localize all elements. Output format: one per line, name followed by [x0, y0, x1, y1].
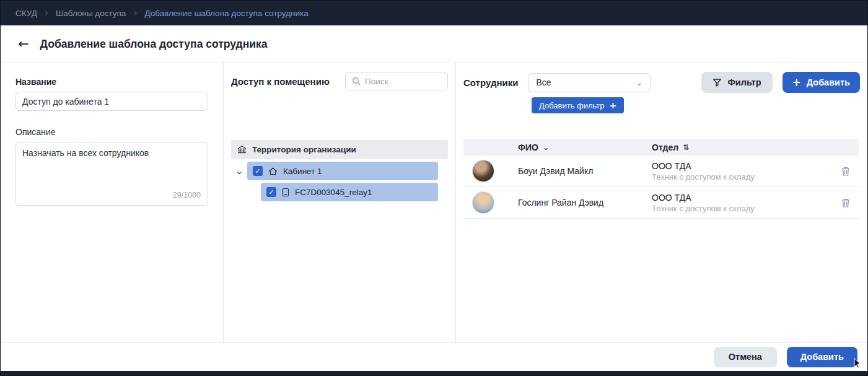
column-header-otdel[interactable]: Отдел ⇅	[652, 142, 832, 152]
sort-desc-icon: ⌄	[543, 143, 549, 152]
room-access-panel: Доступ к помещению Территория организаци…	[224, 63, 456, 342]
tree-root-territory[interactable]: Территория организации	[231, 140, 448, 159]
breadcrumb-item-templates[interactable]: Шаблоны доступа	[56, 9, 126, 18]
home-icon	[268, 167, 278, 176]
breadcrumb-item-current: Добавление шаблона доступа сотрудника	[144, 9, 308, 18]
building-icon	[237, 145, 247, 154]
footer-actions: Отмена Добавить	[1, 342, 867, 371]
expand-chevron-icon[interactable]: ⌄	[231, 167, 247, 176]
column-label: ФИО	[518, 142, 538, 152]
trash-icon[interactable]	[832, 198, 859, 208]
avatar	[472, 191, 494, 214]
add-employee-button[interactable]: + Добавить	[783, 72, 860, 93]
name-input[interactable]	[15, 92, 208, 111]
cancel-button[interactable]: Отмена	[714, 347, 777, 367]
tree-root-label: Территория организации	[252, 145, 356, 154]
employee-department: ООО ТДА	[652, 161, 832, 171]
plus-icon: +	[792, 77, 801, 88]
chevron-down-icon: ⌄	[636, 78, 643, 87]
tree-node-relay-row[interactable]: ✓ FC7D003045_relay1	[261, 183, 438, 201]
main-content: Название Описание Назначать на всех сотр…	[1, 63, 867, 342]
add-button-label: Добавить	[807, 77, 850, 87]
submit-button-label: Добавить	[800, 352, 844, 362]
add-filter-label: Добавить фильтр	[539, 101, 605, 110]
room-search	[345, 72, 448, 90]
description-label: Описание	[15, 127, 208, 137]
search-icon	[352, 77, 361, 85]
filter-button[interactable]: Фильтр	[701, 72, 772, 93]
sort-both-icon: ⇅	[683, 143, 689, 152]
cancel-button-label: Отмена	[729, 352, 762, 362]
relay-checkbox[interactable]: ✓	[266, 187, 276, 197]
device-icon	[282, 188, 289, 197]
table-row: Боуи Дэвид Майкл ООО ТДА Техник с доступ…	[463, 155, 859, 187]
plus-icon: +	[610, 101, 617, 110]
table-header: ФИО ⌄ Отдел ⇅	[463, 139, 859, 155]
employee-name: Боуи Дэвид Майкл	[518, 166, 652, 176]
name-label: Название	[15, 77, 208, 87]
funnel-icon	[712, 78, 722, 87]
page-header: ← Добавление шаблона доступа сотрудника	[1, 25, 867, 63]
tree-node-kabinet-row[interactable]: ✓ Кабинет 1	[247, 162, 438, 180]
add-filter-button[interactable]: Добавить фильтр +	[532, 97, 624, 113]
tree-node-kabinet: ⌄ ✓ Кабинет 1	[231, 162, 448, 180]
column-label: Отдел	[652, 142, 678, 152]
filter-button-label: Фильтр	[727, 77, 761, 87]
employees-title: Сотрудники	[463, 77, 518, 88]
tree-node-label: Кабинет 1	[283, 167, 322, 176]
tree-node-relay: ✓ FC7D003045_relay1	[261, 183, 448, 201]
back-arrow-icon[interactable]: ←	[18, 38, 29, 51]
column-header-fio[interactable]: ФИО ⌄	[518, 142, 652, 152]
employee-department: ООО ТДА	[652, 193, 832, 203]
employee-name: Гослинг Райан Дэвид	[518, 198, 652, 208]
breadcrumb: СКУД › Шаблоны доступа › Добавление шабл…	[1, 1, 867, 25]
select-value: Все	[536, 77, 551, 87]
tree-node-label: FC7D003045_relay1	[295, 188, 372, 197]
taskbar-edge	[1, 371, 867, 375]
employees-panel: Сотрудники Все ⌄ Фильтр + Добавить	[456, 63, 867, 342]
template-form-panel: Название Описание Назначать на всех сотр…	[1, 63, 224, 342]
employees-filter-select[interactable]: Все ⌄	[528, 73, 651, 92]
char-counter: 29/1000	[173, 191, 201, 199]
avatar	[472, 160, 494, 182]
employee-position: Техник с доступом к складу	[652, 172, 832, 181]
breadcrumb-separator-icon: ›	[133, 7, 137, 19]
trash-icon[interactable]	[832, 166, 859, 177]
employees-table: ФИО ⌄ Отдел ⇅ Боуи Дэвид Майкл ООО ТДА Т…	[463, 139, 859, 219]
description-block: Описание Назначать на всех сотрудников 2…	[15, 127, 208, 206]
breadcrumb-separator-icon: ›	[45, 7, 48, 19]
kabinet-checkbox[interactable]: ✓	[253, 166, 263, 176]
room-tree: Территория организации ⌄ ✓ Кабинет 1 ✓	[224, 140, 455, 201]
employee-position: Техник с доступом к складу	[652, 204, 832, 213]
room-search-input[interactable]	[365, 77, 441, 86]
app-window: СКУД › Шаблоны доступа › Добавление шабл…	[0, 0, 868, 376]
table-row: Гослинг Райан Дэвид ООО ТДА Техник с дос…	[463, 187, 859, 219]
submit-button[interactable]: Добавить	[787, 347, 857, 367]
room-access-title: Доступ к помещению	[231, 76, 340, 87]
page-title: Добавление шаблона доступа сотрудника	[40, 38, 268, 51]
breadcrumb-item-skud[interactable]: СКУД	[15, 9, 37, 18]
